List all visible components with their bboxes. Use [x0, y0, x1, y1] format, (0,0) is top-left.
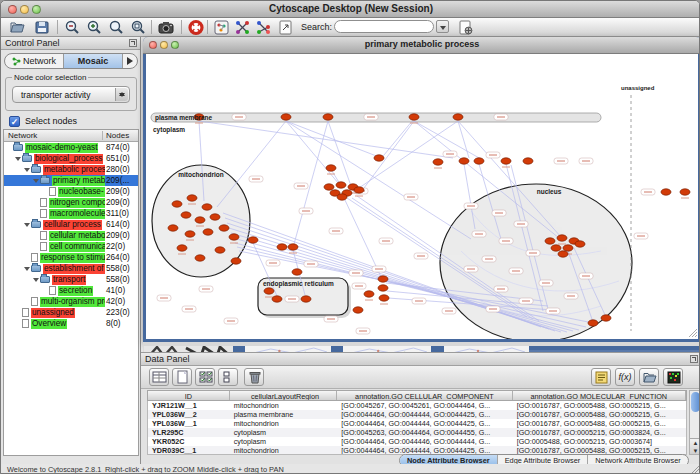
zoom-out-icon[interactable] — [63, 19, 81, 36]
tree-row[interactable]: biological_process651(0) — [4, 153, 138, 164]
select-attributes-icon[interactable] — [195, 368, 215, 386]
scrollbar-thumb[interactable] — [691, 392, 700, 412]
open-folder-icon[interactable] — [9, 19, 27, 36]
tree-row[interactable]: primary metabo209(... — [4, 175, 138, 186]
new-attribute-icon[interactable] — [172, 368, 192, 386]
select-nodes-row: ✓ Select nodes — [9, 115, 77, 127]
file-icon — [40, 242, 47, 251]
select-nodes-checkbox[interactable]: ✓ — [9, 116, 20, 127]
svg-text:nucleus: nucleus — [537, 188, 562, 195]
tree-row[interactable]: response to stimulu264(0) — [4, 252, 138, 263]
formula-builder-icon[interactable]: f(x) — [615, 368, 635, 386]
tree-row[interactable]: metabolic process280(0) — [4, 164, 138, 175]
data-panel-toolbar: f(x) — [141, 366, 700, 389]
group-legend: Node color selection — [12, 73, 88, 82]
table-cell: [GO:0044464, GO:0044444, GO:0044425, G..… — [337, 410, 512, 419]
import-attributes-icon[interactable] — [639, 368, 659, 386]
tree-row[interactable]: macromolecule311(0) — [4, 208, 138, 219]
table-cell: cytoplasm — [230, 437, 338, 446]
table-row[interactable]: YJR121W__1mitochondrion[GO:0045267, GO:0… — [148, 401, 686, 410]
tree-row[interactable]: unassigned223(0) — [4, 307, 138, 318]
tree-row-label: establishment of lo — [43, 264, 105, 274]
tree-row[interactable]: Overview8(0) — [4, 318, 138, 329]
tab-network[interactable]: Network — [5, 54, 64, 68]
table-scrollbar[interactable]: ▲▼ — [689, 390, 700, 455]
tree-row[interactable]: cellular metabo209(0) — [4, 230, 138, 241]
tree-row[interactable]: mosaic-demo-yeast874(0) — [4, 142, 138, 153]
delete-attribute-icon[interactable] — [244, 368, 264, 386]
table-cell: YPL036W__1 — [148, 419, 230, 428]
table-cell: cytoplasm — [230, 428, 338, 437]
tree-row-nodes-count: 558(0) — [106, 264, 130, 273]
matrix-view-icon[interactable] — [663, 368, 683, 386]
zoom-fit-icon[interactable] — [107, 19, 125, 36]
tree-row-label: response to stimulu — [40, 253, 105, 263]
layout-1-icon[interactable] — [234, 19, 252, 36]
table-cell: [GO:0045267, GO:0045261, GO:0044464, G..… — [337, 401, 512, 410]
column-header[interactable]: _cellularLayoutRegion — [230, 391, 338, 400]
zoom-selected-icon[interactable] — [129, 19, 147, 36]
search-combo-arrow[interactable] — [436, 20, 449, 33]
save-icon[interactable] — [33, 19, 51, 36]
tree-row[interactable]: nucleobase-209(0) — [4, 186, 138, 197]
main-toolbar: Search: — [1, 18, 700, 37]
tree-row[interactable]: cell communicat22(0) — [4, 241, 138, 252]
layout-2-icon[interactable] — [255, 19, 273, 36]
tree-col-network: Network — [8, 131, 37, 140]
snapshot-camera-icon[interactable] — [157, 19, 175, 36]
annotation-icon[interactable] — [277, 19, 295, 36]
table-row[interactable]: YPL036W__2plasma membrane[GO:0044464, GO… — [148, 410, 686, 419]
table-row[interactable]: YKR052Ccytoplasm[GO:0044464, GO:0044446,… — [148, 437, 686, 446]
network-tree: Network Nodes mosaic-demo-yeast874(0)bio… — [3, 129, 139, 456]
resize-grip[interactable] — [691, 465, 700, 474]
table-cell: YDR039C__1 — [148, 446, 230, 455]
attribute-list-icon[interactable] — [591, 368, 611, 386]
column-header[interactable]: ID — [148, 391, 230, 400]
tree-row-nodes-count: 209(0) — [106, 231, 130, 240]
table-cell: mitochondrion — [230, 401, 338, 410]
unselect-attributes-icon[interactable] — [218, 368, 238, 386]
table-row[interactable]: YPL036W__1mitochondrion[GO:0044464, GO:0… — [148, 419, 686, 428]
session-editor-icon[interactable] — [457, 19, 475, 36]
float-panel-icon[interactable] — [129, 39, 137, 47]
tree-row[interactable]: multi-organism pro42(0) — [4, 296, 138, 307]
zoom-in-icon[interactable] — [85, 19, 103, 36]
network-overview-icon[interactable] — [213, 19, 231, 36]
tree-row-nodes-count: 22(0) — [106, 242, 125, 251]
tree-row-nodes-count: 874(0) — [106, 143, 130, 152]
help-ring-icon[interactable] — [187, 19, 205, 36]
node-color-dropdown[interactable]: transporter activity — [12, 86, 130, 103]
float-panel-icon[interactable] — [690, 355, 698, 363]
tree-row[interactable]: nitrogen compo209(0) — [4, 197, 138, 208]
tree-row[interactable]: cellular process614(0) — [4, 219, 138, 230]
table-cell: plasma membrane — [230, 410, 338, 419]
attribute-table-icon[interactable] — [149, 368, 169, 386]
control-panel-title: Control Panel — [5, 38, 60, 48]
tree-row-label: cell communicat — [49, 242, 105, 252]
table-row[interactable]: YLR295Ccytoplasm[GO:0045263, GO:0044464,… — [148, 428, 686, 437]
search-input[interactable] — [334, 20, 434, 33]
table-cell: mitochondrion — [230, 446, 338, 455]
tree-row[interactable]: transport558(0) — [4, 274, 138, 285]
column-header[interactable]: annotation.GO CELLULAR_COMPONENT — [337, 391, 512, 400]
tree-row[interactable]: secretion41(0) — [4, 285, 138, 296]
scrollbar-arrows[interactable]: ▲▼ — [690, 438, 700, 454]
network-canvas[interactable]: plasma membranecytoplasmmitochondrionnuc… — [146, 54, 698, 339]
file-icon — [31, 253, 38, 262]
background-windows-strip — [143, 342, 700, 352]
tree-row-label: macromolecule — [49, 209, 105, 219]
table-header: ID_cellularLayoutRegionannotation.GO CEL… — [147, 390, 687, 401]
search-label: Search: — [301, 22, 332, 32]
tree-row-label: Overview — [31, 319, 67, 329]
tree-row[interactable]: establishment of lo558(0) — [4, 263, 138, 274]
tree-body: mosaic-demo-yeast874(0)biological_proces… — [4, 142, 138, 329]
tab-mosaic[interactable]: Mosaic — [64, 54, 123, 68]
more-tabs-arrow[interactable] — [123, 54, 137, 68]
tree-row-label: nucleobase- — [58, 187, 105, 197]
table-cell: [GO:0044464, GO:0044446, GO:0044444, G..… — [337, 437, 512, 446]
tree-row-nodes-count: 311(0) — [106, 209, 129, 218]
svg-text:plasma membrane: plasma membrane — [155, 114, 212, 122]
network-window-titlebar[interactable]: primary metabolic process — [143, 37, 700, 54]
column-header[interactable]: annotation.GO MOLECULAR_FUNCTION — [513, 391, 686, 400]
tree-row-label: nitrogen compo — [49, 198, 105, 208]
